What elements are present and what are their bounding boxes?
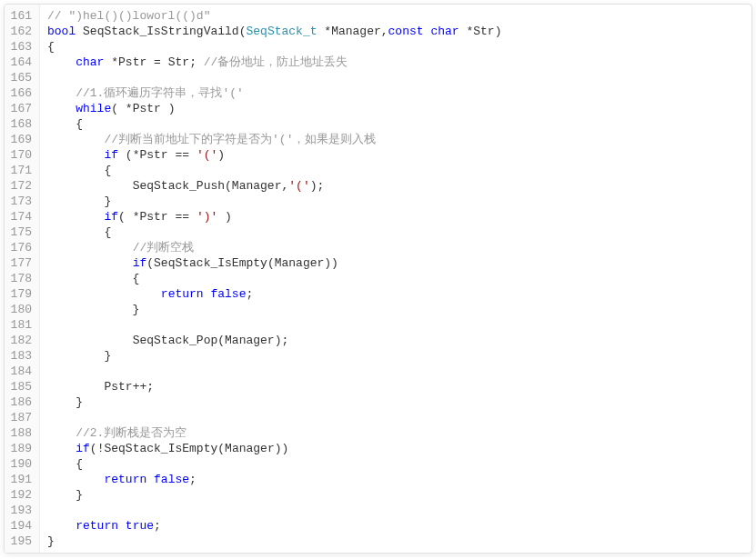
- line-number: 194: [10, 518, 32, 534]
- code-line[interactable]: {: [47, 116, 751, 132]
- line-number: 192: [10, 487, 32, 503]
- line-number: 185: [10, 379, 32, 394]
- line-number: 177: [10, 255, 32, 271]
- code-line[interactable]: //判断空栈: [47, 240, 751, 255]
- line-number: 168: [10, 116, 32, 132]
- line-number: 178: [10, 271, 32, 286]
- code-line[interactable]: }: [47, 348, 751, 364]
- code-line[interactable]: SeqStack_Push(Manager,'(');: [47, 178, 751, 194]
- code-line[interactable]: }: [47, 487, 751, 503]
- line-number: 175: [10, 225, 32, 240]
- line-number: 161: [10, 8, 32, 24]
- line-number: 184: [10, 364, 32, 379]
- code-editor[interactable]: 1611621631641651661671681691701711721731…: [4, 4, 752, 554]
- line-number: 172: [10, 178, 32, 194]
- code-line[interactable]: {: [47, 456, 751, 472]
- code-line[interactable]: Pstr++;: [47, 379, 751, 394]
- code-line[interactable]: {: [47, 271, 751, 286]
- code-line[interactable]: bool SeqStack_IsStringVaild(SeqStack_t *…: [47, 24, 751, 39]
- line-number: 174: [10, 209, 32, 225]
- code-line[interactable]: return true;: [47, 518, 751, 534]
- line-number: 167: [10, 101, 32, 116]
- code-line[interactable]: {: [47, 225, 751, 240]
- line-number: 193: [10, 503, 32, 518]
- line-number: 165: [10, 70, 32, 85]
- code-line[interactable]: //1.循环遍历字符串，寻找'(': [47, 85, 751, 101]
- line-number: 171: [10, 163, 32, 178]
- code-line[interactable]: if( *Pstr == ')' ): [47, 209, 751, 225]
- code-content[interactable]: // ")hel()()loworl(()d"bool SeqStack_IsS…: [40, 5, 751, 553]
- code-line[interactable]: //2.判断栈是否为空: [47, 425, 751, 441]
- line-number: 186: [10, 394, 32, 410]
- line-number: 195: [10, 534, 32, 549]
- code-line[interactable]: return false;: [47, 286, 751, 302]
- code-line[interactable]: {: [47, 39, 751, 55]
- code-line[interactable]: return false;: [47, 472, 751, 487]
- line-number: 183: [10, 348, 32, 364]
- code-area: 1611621631641651661671681691701711721731…: [5, 5, 751, 553]
- code-line[interactable]: char *Pstr = Str; //备份地址，防止地址丢失: [47, 55, 751, 70]
- code-line[interactable]: }: [47, 394, 751, 410]
- code-line[interactable]: if(!SeqStack_IsEmpty(Manager)): [47, 441, 751, 456]
- code-line[interactable]: [47, 70, 751, 85]
- line-number: 182: [10, 333, 32, 348]
- code-line[interactable]: [47, 317, 751, 333]
- code-line[interactable]: }: [47, 534, 751, 549]
- code-line[interactable]: //判断当前地址下的字符是否为'('，如果是则入栈: [47, 132, 751, 147]
- line-number: 163: [10, 39, 32, 55]
- line-number: 170: [10, 147, 32, 163]
- line-number-gutter: 1611621631641651661671681691701711721731…: [5, 5, 40, 553]
- line-number: 181: [10, 317, 32, 333]
- code-line[interactable]: // ")hel()()loworl(()d": [47, 8, 751, 24]
- line-number: 173: [10, 194, 32, 209]
- line-number: 180: [10, 302, 32, 317]
- code-line[interactable]: if (*Pstr == '('): [47, 147, 751, 163]
- line-number: 190: [10, 456, 32, 472]
- code-line[interactable]: }: [47, 194, 751, 209]
- code-line[interactable]: [47, 364, 751, 379]
- code-line[interactable]: [47, 410, 751, 425]
- line-number: 169: [10, 132, 32, 147]
- line-number: 166: [10, 85, 32, 101]
- line-number: 187: [10, 410, 32, 425]
- line-number: 162: [10, 24, 32, 39]
- line-number: 176: [10, 240, 32, 255]
- line-number: 188: [10, 425, 32, 441]
- line-number: 191: [10, 472, 32, 487]
- code-line[interactable]: if(SeqStack_IsEmpty(Manager)): [47, 255, 751, 271]
- code-line[interactable]: {: [47, 163, 751, 178]
- line-number: 164: [10, 55, 32, 70]
- code-line[interactable]: [47, 503, 751, 518]
- code-line[interactable]: }: [47, 302, 751, 317]
- code-line[interactable]: SeqStack_Pop(Manager);: [47, 333, 751, 348]
- line-number: 189: [10, 441, 32, 456]
- line-number: 179: [10, 286, 32, 302]
- code-line[interactable]: while( *Pstr ): [47, 101, 751, 116]
